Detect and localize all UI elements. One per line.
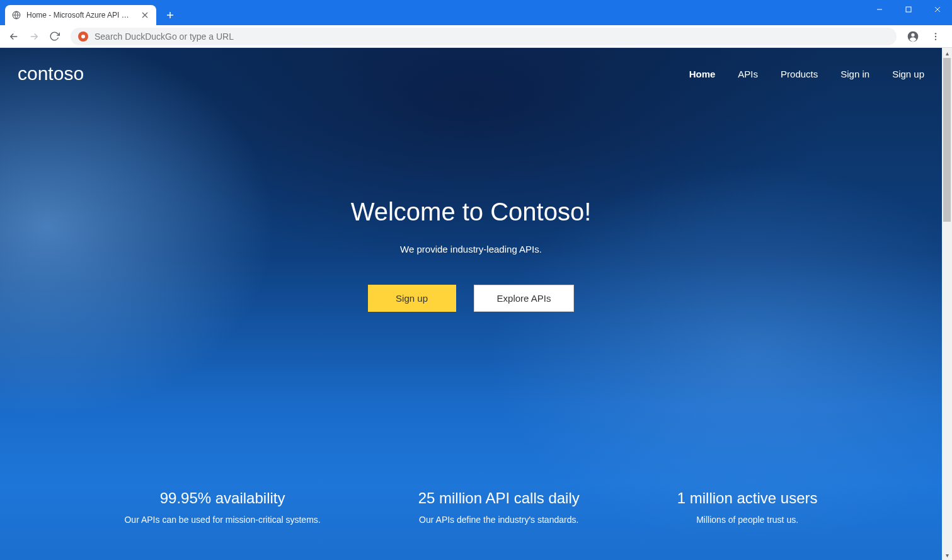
address-bar[interactable] — [71, 28, 897, 45]
nav-apis[interactable]: APIs — [738, 69, 758, 79]
page-content: contoso Home APIs Products Sign in Sign … — [0, 48, 942, 560]
main-nav: Home APIs Products Sign in Sign up — [689, 69, 924, 79]
features-row: 99.95% availability Our APIs can be used… — [0, 489, 942, 525]
nav-signup[interactable]: Sign up — [892, 69, 924, 79]
nav-home[interactable]: Home — [689, 69, 716, 79]
feature-users: 1 million active users Millions of peopl… — [677, 489, 818, 525]
tab-title: Home - Microsoft Azure API Man — [26, 11, 135, 20]
cta-row: Sign up Explore APIs — [0, 285, 942, 312]
nav-products[interactable]: Products — [781, 69, 818, 79]
scroll-up-icon[interactable]: ▴ — [942, 48, 952, 58]
close-window-button[interactable] — [923, 0, 952, 19]
new-tab-button[interactable] — [161, 6, 179, 24]
feature-title: 25 million API calls daily — [418, 489, 580, 507]
brand-logo[interactable]: contoso — [18, 63, 84, 84]
hero-tagline: We provide industry-leading APIs. — [0, 244, 942, 254]
svg-point-3 — [911, 33, 914, 36]
browser-tab[interactable]: Home - Microsoft Azure API Man — [5, 5, 156, 25]
svg-rect-1 — [906, 7, 911, 12]
back-button[interactable] — [5, 28, 23, 45]
minimize-button[interactable] — [865, 0, 894, 19]
tab-strip: Home - Microsoft Azure API Man — [0, 0, 179, 25]
feature-title: 99.95% availability — [124, 489, 320, 507]
reload-button[interactable] — [45, 28, 63, 45]
close-icon[interactable] — [140, 10, 150, 20]
feature-desc: Our APIs define the industry's standards… — [418, 515, 580, 525]
feature-availability: 99.95% availability Our APIs can be used… — [124, 489, 320, 525]
feature-desc: Our APIs can be used for mission-critica… — [124, 515, 320, 525]
browser-toolbar — [0, 25, 952, 48]
viewport: contoso Home APIs Products Sign in Sign … — [0, 48, 952, 560]
kebab-menu-button[interactable] — [927, 28, 944, 45]
window-controls — [865, 0, 952, 19]
scroll-down-icon[interactable]: ▾ — [942, 550, 952, 560]
site-header: contoso Home APIs Products Sign in Sign … — [0, 48, 942, 84]
profile-button[interactable] — [904, 28, 922, 45]
duckduckgo-icon — [78, 31, 88, 42]
hero: Welcome to Contoso! We provide industry-… — [0, 198, 942, 312]
scrollbar-thumb[interactable] — [943, 58, 951, 222]
globe-icon — [11, 10, 21, 20]
svg-point-4 — [935, 33, 936, 34]
omnibox-input[interactable] — [95, 31, 889, 42]
svg-point-6 — [935, 38, 936, 40]
svg-point-5 — [935, 35, 936, 37]
feature-desc: Millions of people trust us. — [677, 515, 818, 525]
hero-title: Welcome to Contoso! — [0, 198, 942, 226]
explore-apis-button[interactable]: Explore APIs — [474, 285, 575, 312]
feature-calls: 25 million API calls daily Our APIs defi… — [418, 489, 580, 525]
scrollbar-track[interactable]: ▴ ▾ — [942, 48, 952, 560]
feature-title: 1 million active users — [677, 489, 818, 507]
browser-titlebar: Home - Microsoft Azure API Man — [0, 0, 952, 25]
forward-button[interactable] — [25, 28, 43, 45]
signup-button[interactable]: Sign up — [368, 285, 456, 312]
maximize-button[interactable] — [894, 0, 923, 19]
nav-signin[interactable]: Sign in — [840, 69, 869, 79]
